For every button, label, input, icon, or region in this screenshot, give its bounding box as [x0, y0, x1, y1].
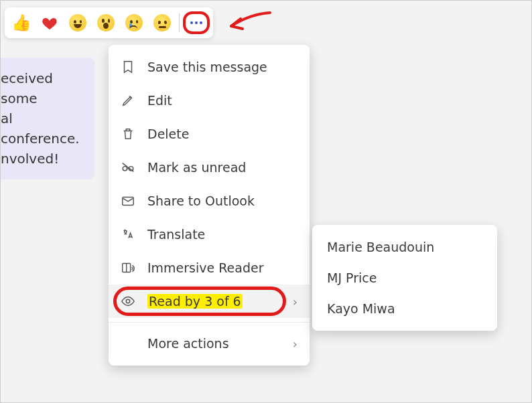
reaction-toolbar	[5, 7, 213, 38]
menu-label: More actions	[147, 336, 281, 351]
menu-label: Translate	[147, 227, 297, 242]
menu-label: Delete	[147, 127, 297, 141]
reaction-like[interactable]	[11, 13, 31, 33]
menu-mark-unread[interactable]: Mark as unread	[109, 151, 310, 184]
message-context-menu: Save this message Edit Delete Mark as un…	[109, 45, 310, 366]
chat-message: eceived some al conference. nvolved!	[1, 58, 94, 179]
annotation-arrow	[223, 6, 277, 39]
reaction-heart[interactable]	[40, 13, 60, 33]
message-line: nvolved!	[1, 149, 86, 169]
reaction-surprised[interactable]	[96, 13, 116, 33]
reader-item[interactable]: MJ Price	[312, 262, 497, 293]
translate-icon	[121, 227, 135, 242]
menu-more-actions[interactable]: More actions ›	[109, 327, 310, 360]
menu-save-message[interactable]: Save this message	[109, 50, 310, 84]
menu-label: Immersive Reader	[147, 260, 297, 275]
menu-edit[interactable]: Edit	[109, 84, 310, 117]
more-options-button[interactable]	[186, 15, 206, 31]
message-line: al conference.	[1, 108, 86, 149]
menu-immersive-reader[interactable]: Immersive Reader	[109, 251, 310, 285]
read-by-text: Read by 3 of 6	[147, 294, 243, 309]
ellipsis-icon	[190, 21, 202, 24]
eye-icon	[121, 294, 135, 309]
trash-icon	[121, 127, 135, 141]
chevron-right-icon: ›	[293, 337, 297, 351]
menu-label: Edit	[147, 93, 297, 108]
menu-translate[interactable]: Translate	[109, 218, 310, 251]
message-line: eceived some	[1, 68, 86, 108]
reaction-laugh[interactable]	[68, 13, 88, 33]
menu-label: Read by 3 of 6	[147, 294, 281, 309]
reader-name: Kayo Miwa	[327, 301, 395, 316]
menu-label: Share to Outlook	[147, 193, 297, 208]
read-by-submenu: Marie Beaudouin MJ Price Kayo Miwa	[312, 225, 497, 331]
bookmark-icon	[121, 60, 135, 74]
pencil-icon	[121, 93, 135, 108]
reader-item[interactable]: Marie Beaudouin	[312, 232, 497, 262]
chevron-right-icon: ›	[293, 295, 297, 309]
reaction-angry[interactable]	[152, 13, 172, 33]
reaction-sad[interactable]	[124, 13, 144, 33]
glasses-off-icon	[121, 160, 135, 175]
menu-label: Mark as unread	[147, 160, 297, 175]
mail-icon	[121, 193, 135, 208]
reader-name: MJ Price	[327, 270, 377, 285]
reader-name: Marie Beaudouin	[327, 240, 434, 254]
immersive-reader-icon	[121, 260, 135, 275]
svg-point-4	[126, 299, 130, 303]
menu-divider	[109, 322, 310, 323]
separator	[179, 13, 180, 32]
menu-read-by[interactable]: Read by 3 of 6 ›	[109, 285, 310, 318]
reader-item[interactable]: Kayo Miwa	[312, 293, 497, 324]
menu-label: Save this message	[147, 60, 297, 74]
spacer-icon	[121, 336, 135, 351]
menu-share-outlook[interactable]: Share to Outlook	[109, 184, 310, 218]
svg-point-0	[123, 167, 127, 171]
menu-delete[interactable]: Delete	[109, 117, 310, 151]
